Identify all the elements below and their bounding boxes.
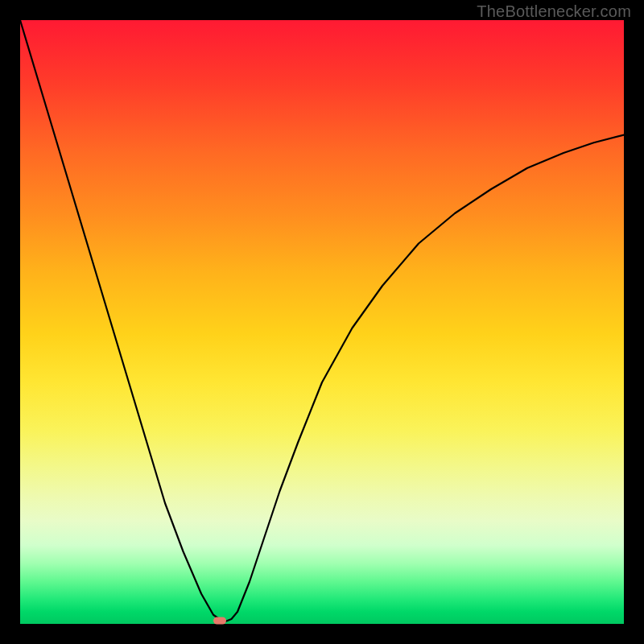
attribution-text: TheBottlenecker.com <box>477 2 631 21</box>
bottleneck-curve <box>20 20 624 624</box>
chart-frame: TheBottlenecker.com <box>0 0 644 644</box>
optimal-point-marker <box>213 617 226 624</box>
chart-plot-area <box>20 20 624 624</box>
